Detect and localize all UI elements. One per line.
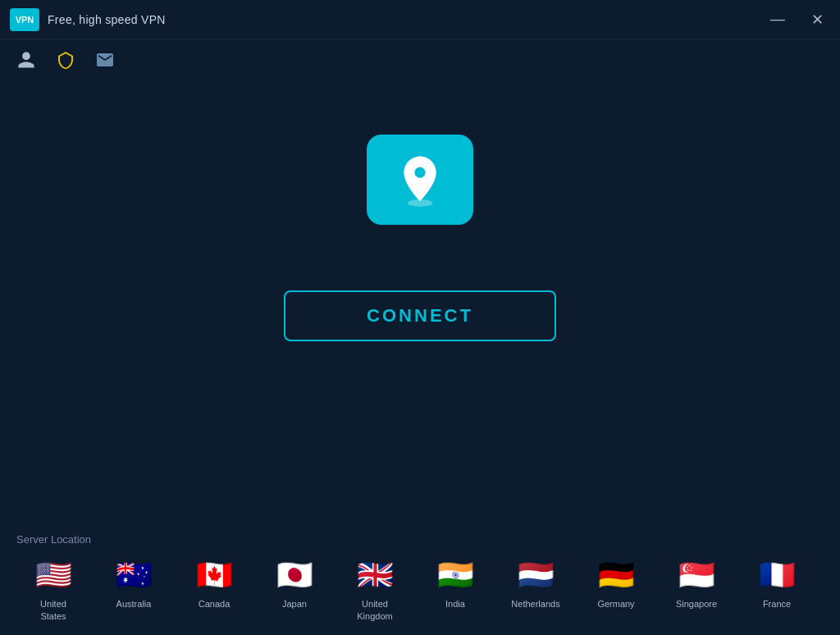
nav-bar [0, 39, 840, 85]
svg-point-0 [408, 199, 433, 207]
flag-in: 🇮🇳 [429, 557, 482, 593]
country-name-gb: United Kingdom [357, 598, 392, 622]
logo-text: VPN [16, 15, 34, 25]
country-item-ca[interactable]: 🇨🇦Canada [177, 557, 251, 614]
title-bar-controls: — ✕ [764, 7, 830, 32]
window-title: Free, high speed VPN [48, 13, 166, 26]
flag-de: 🇩🇪 [590, 557, 642, 593]
flag-gb: 🇬🇧 [349, 557, 401, 593]
country-name-fr: France [763, 598, 791, 610]
country-name-sg: Singapore [676, 598, 717, 610]
flag-au: 🇦🇺 [107, 557, 160, 593]
country-item-us[interactable]: 🇺🇸United States [16, 557, 90, 627]
country-name-us: United States [40, 598, 66, 622]
country-name-de: Germany [597, 598, 634, 610]
country-item-in[interactable]: 🇮🇳India [418, 557, 492, 614]
connect-button[interactable]: CONNECT [284, 290, 556, 341]
vpn-location-icon[interactable] [367, 135, 473, 225]
country-name-jp: Japan [282, 598, 307, 610]
close-button[interactable]: ✕ [805, 7, 830, 32]
flag-sg: 🇸🇬 [670, 557, 723, 593]
country-item-sg[interactable]: 🇸🇬Singapore [660, 557, 733, 614]
vpn-badge-icon[interactable] [56, 50, 75, 75]
server-location-section: Server Location 🇺🇸United States🇦🇺Austral… [0, 533, 840, 635]
country-name-au: Australia [116, 598, 152, 610]
title-bar: VPN Free, high speed VPN — ✕ [0, 0, 840, 39]
mail-icon[interactable] [95, 50, 115, 75]
country-item-au[interactable]: 🇦🇺Australia [97, 557, 171, 614]
flag-jp: 🇯🇵 [268, 557, 321, 593]
country-item-de[interactable]: 🇩🇪Germany [579, 557, 653, 614]
server-location-label: Server Location [16, 533, 824, 546]
minimize-button[interactable]: — [764, 7, 792, 31]
title-bar-left: VPN Free, high speed VPN [10, 8, 166, 31]
flag-nl: 🇳🇱 [509, 557, 562, 593]
user-icon[interactable] [16, 50, 36, 75]
country-item-nl[interactable]: 🇳🇱Netherlands [499, 557, 573, 614]
flag-us: 🇺🇸 [27, 557, 80, 593]
main-content: CONNECT [0, 85, 840, 471]
flag-fr: 🇫🇷 [751, 557, 803, 593]
flag-ca: 🇨🇦 [188, 557, 240, 593]
vpn-logo: VPN [10, 8, 39, 31]
country-item-fr[interactable]: 🇫🇷France [740, 557, 814, 614]
country-name-nl: Netherlands [511, 598, 559, 610]
country-name-in: India [445, 598, 465, 610]
country-name-ca: Canada [199, 598, 231, 610]
country-item-jp[interactable]: 🇯🇵Japan [258, 557, 331, 614]
country-grid: 🇺🇸United States🇦🇺Australia🇨🇦Canada🇯🇵Japa… [16, 557, 824, 627]
country-item-gb[interactable]: 🇬🇧United Kingdom [338, 557, 412, 627]
